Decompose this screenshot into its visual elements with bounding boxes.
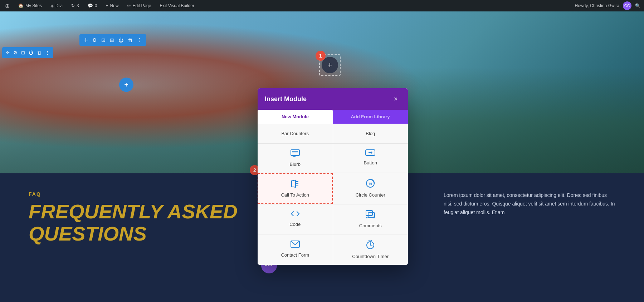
edit-icon: ✏ (127, 3, 131, 8)
modal-header: Insert Module × (258, 88, 408, 110)
module-item-countdown-timer[interactable]: Countdown Timer (333, 234, 408, 265)
row-layout-icon[interactable]: ⊡ (101, 37, 106, 43)
user-greeting: Howdy, Christina Gwira (575, 3, 619, 8)
circle-counter-icon: 75 (366, 179, 375, 189)
exit-vb-button[interactable]: Exit Visual Builder (158, 0, 196, 11)
svg-text:75: 75 (369, 182, 372, 185)
my-sites-link[interactable]: 🏠 My Sites (17, 0, 43, 11)
new-button[interactable]: + New (104, 0, 120, 11)
modal-title: Insert Module (265, 95, 307, 103)
row-delete-icon[interactable]: 🗑 (128, 37, 133, 43)
section-settings-icon[interactable]: ⚙ (13, 50, 18, 55)
blurb-icon (291, 149, 300, 159)
row-power-icon[interactable]: ⏻ (118, 37, 123, 43)
avatar[interactable]: CG (623, 1, 631, 10)
module-item-comments[interactable]: Comments (333, 204, 408, 234)
row-more-icon[interactable]: ⋮ (137, 37, 142, 43)
section-toolbar: ✛ ⚙ ⊡ ⏻ 🗑 ⋮ (2, 47, 53, 58)
row-add-icon[interactable]: ✛ (84, 37, 88, 43)
section-delete-icon[interactable]: 🗑 (37, 50, 42, 55)
modal-close-button[interactable]: × (391, 94, 401, 104)
comments-link[interactable]: 💬 0 (86, 0, 99, 11)
search-icon[interactable]: 🔍 (635, 3, 640, 8)
module-grid: Bar Counters Blog (258, 124, 408, 265)
tab-add-from-library[interactable]: Add From Library (333, 110, 408, 124)
revisions-link[interactable]: ↻ 3 (70, 0, 80, 11)
faq-body-text: Lorem ipsum dolor sit amet, consectetur … (444, 191, 615, 217)
row-columns-icon[interactable]: ⊞ (110, 37, 114, 43)
modal-tabs: New Module Add From Library (258, 110, 408, 124)
code-icon (290, 210, 300, 219)
section-power-icon[interactable]: ⏻ (29, 50, 33, 55)
plus-icon: + (106, 3, 108, 8)
section-resize-icon[interactable]: ⊡ (21, 50, 25, 55)
comment-icon: 💬 (88, 3, 93, 8)
row-settings-icon[interactable]: ⚙ (92, 37, 97, 43)
countdown-timer-icon (366, 240, 375, 251)
section-more-icon[interactable]: ⋮ (45, 50, 50, 55)
divi-link[interactable]: ◈ Divi (49, 0, 64, 11)
module-item-button[interactable]: Button (333, 144, 408, 173)
admin-bar-right: Howdy, Christina Gwira CG 🔍 (575, 1, 640, 10)
module-item-code[interactable]: Code (258, 204, 333, 234)
module-item-bar-counters[interactable]: Bar Counters (258, 124, 333, 143)
cta-icon (291, 179, 300, 189)
admin-bar: ⊕ 🏠 My Sites ◈ Divi ↻ 3 💬 0 + New ✏ Edit… (0, 0, 644, 11)
module-item-blog[interactable]: Blog (333, 124, 408, 143)
plus-icon: + (327, 60, 332, 70)
module-item-contact-form[interactable]: Contact Form (258, 234, 333, 265)
comments-icon (366, 210, 375, 220)
revisions-icon: ↻ (71, 3, 75, 8)
module-item-call-to-action[interactable]: Call To Action (258, 173, 333, 204)
insert-module-modal: Insert Module × New Module Add From Libr… (258, 88, 408, 265)
svg-rect-0 (291, 150, 299, 155)
module-item-blurb[interactable]: Blurb (258, 144, 333, 173)
module-insert-target: 1 + (319, 54, 341, 76)
faq-title: Frequently AskedQuestions (29, 200, 279, 244)
edit-page-link[interactable]: ✏ Edit Page (126, 0, 152, 11)
button-icon (365, 149, 375, 157)
wp-icon: ⊕ (5, 3, 10, 9)
row-toolbar: ✛ ⚙ ⊡ ⊞ ⏻ 🗑 ⋮ (79, 34, 146, 46)
wp-logo[interactable]: ⊕ (4, 0, 11, 11)
add-icon: + (124, 81, 128, 89)
module-item-circle-counter[interactable]: 75 Circle Counter (333, 173, 408, 204)
add-module-button[interactable]: + (119, 78, 133, 92)
contact-form-icon (291, 240, 300, 249)
divi-icon: ◈ (50, 3, 54, 8)
section-add-icon[interactable]: ✛ (6, 50, 10, 55)
step-badge-1: 1 (316, 51, 326, 61)
sites-icon: 🏠 (18, 3, 24, 8)
page-wrapper: FAQ Frequently AskedQuestions Lorem ipsu… (0, 11, 644, 302)
tab-new-module[interactable]: New Module (258, 110, 333, 124)
